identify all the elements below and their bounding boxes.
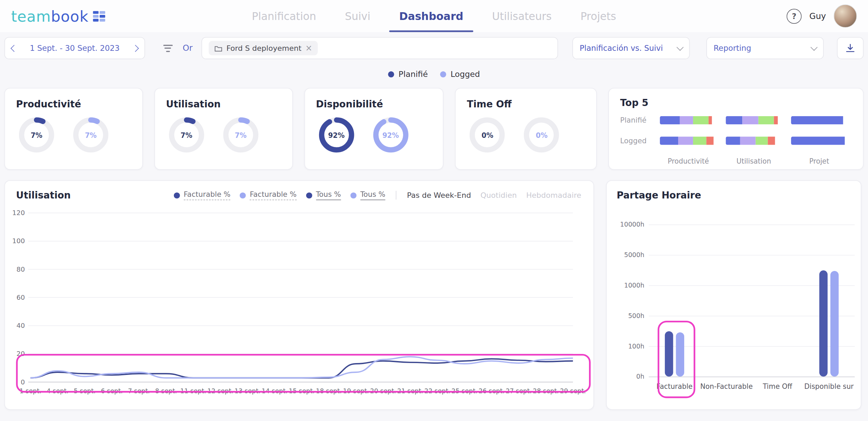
toggle-quotidien[interactable]: Quotidien xyxy=(480,191,517,199)
tab-utilisateurs[interactable]: Utilisateurs xyxy=(478,0,566,32)
partage-horaire-card: Partage Horaire 0h100h500h1000h5000h1000… xyxy=(606,180,862,410)
kpi-title: Productivité xyxy=(16,99,131,110)
y-tick-label: 10000h xyxy=(613,220,644,228)
row-label-planifie: Planifié xyxy=(620,116,655,124)
donut-planned: 92% xyxy=(318,117,355,153)
utilisation-chart-legend: Facturable % Facturable % Tous % Tous % … xyxy=(174,190,581,200)
x-tick-label: 4 sept. xyxy=(47,387,68,395)
tab-planification[interactable]: Planification xyxy=(237,0,331,32)
row-label-logged: Logged xyxy=(620,136,655,145)
tab-dashboard[interactable]: Dashboard xyxy=(385,0,478,32)
toggle-hebdomadaire[interactable]: Hebdomadaire xyxy=(526,191,581,199)
date-range-label: 1 Sept. - 30 Sept. 2023 xyxy=(30,44,120,52)
x-tick-label: 7 sept. xyxy=(128,387,150,395)
project-filter-input[interactable]: Ford S deployement × xyxy=(201,37,558,59)
column-label: Productivité xyxy=(656,157,721,165)
bar-segment xyxy=(758,116,774,124)
gridline xyxy=(649,377,854,377)
donut-planned: 7% xyxy=(168,117,205,153)
donut-planned: 0% xyxy=(469,117,506,153)
project-chip-label: Ford S deployement xyxy=(226,44,301,52)
planned-dot xyxy=(388,71,394,77)
x-tick-label: 26 sept. xyxy=(479,387,505,395)
x-category-label: Facturable xyxy=(649,382,700,390)
stacked-bar xyxy=(660,136,717,145)
x-tick-label: 19 sept. xyxy=(343,387,369,395)
bar-segment xyxy=(660,116,680,124)
top5-title: Top 5 xyxy=(620,97,852,108)
column-label: Projet xyxy=(787,157,852,165)
x-tick-label: 1 sept. xyxy=(20,387,41,395)
download-button[interactable] xyxy=(837,37,864,59)
kpi-row: Productivité 7% 7% Utilisation 7% 7% Dis… xyxy=(0,88,868,170)
filter-button[interactable] xyxy=(158,38,177,59)
folder-icon xyxy=(214,44,222,51)
bar-segment xyxy=(726,116,742,124)
x-tick-label: 13 sept. xyxy=(235,387,260,395)
prev-period-icon[interactable] xyxy=(11,45,18,52)
legend-tous-logged[interactable]: Tous % xyxy=(350,190,385,200)
app-root: teambook Planification Suivi Dashboard U… xyxy=(0,0,868,421)
toggle-pas-de-weekend[interactable]: Pas de Week-End xyxy=(407,191,471,199)
y-tick-label: 120 xyxy=(12,209,25,217)
y-tick-label: 60 xyxy=(17,294,25,301)
y-tick-label: 0 xyxy=(21,378,25,386)
header-right: ? Guy xyxy=(787,4,857,28)
logo[interactable]: teambook xyxy=(11,7,130,25)
help-icon[interactable]: ? xyxy=(787,8,802,23)
report-select[interactable]: Reporting xyxy=(706,37,824,59)
project-chip[interactable]: Ford S deployement × xyxy=(209,41,318,55)
user-avatar[interactable] xyxy=(834,4,857,28)
bar-segment xyxy=(707,136,714,145)
stacked-bar xyxy=(791,116,848,124)
x-tick-label: 11 sept. xyxy=(180,387,206,395)
legend-facturable-logged[interactable]: Facturable % xyxy=(240,190,296,200)
logo-mark-icon xyxy=(93,11,105,21)
tab-suivi[interactable]: Suivi xyxy=(331,0,385,32)
legend-tous-planifie[interactable]: Tous % xyxy=(306,190,341,200)
stacked-bar xyxy=(660,116,717,124)
legend-facturable-planifie[interactable]: Facturable % xyxy=(174,190,230,200)
bar-segment xyxy=(678,136,693,145)
line-series-0 xyxy=(31,359,573,378)
date-range-picker[interactable]: 1 Sept. - 30 Sept. 2023 xyxy=(4,37,145,59)
kpi-card-utilisation: Utilisation 7% 7% xyxy=(154,88,293,170)
bar-segment xyxy=(660,136,678,145)
filter-bar: 1 Sept. - 30 Sept. 2023 Or Ford S deploy… xyxy=(4,37,864,59)
series-dot xyxy=(174,192,180,198)
donut-logged: 0% xyxy=(524,117,560,153)
stacked-bar xyxy=(791,136,848,145)
tab-projets[interactable]: Projets xyxy=(566,0,630,32)
series-dot xyxy=(350,192,356,198)
mode-select[interactable]: Planificación vs. Suivi xyxy=(572,37,690,59)
x-category-label: Disponible sur xyxy=(803,382,855,390)
x-tick-label: 6 sept. xyxy=(101,387,123,395)
bar-planifie xyxy=(665,331,673,377)
y-tick-label: 500h xyxy=(613,312,644,320)
x-tick-label: 22 sept. xyxy=(425,387,450,395)
chevron-down-icon xyxy=(810,43,817,50)
bar-segment xyxy=(680,116,693,124)
chip-close-icon[interactable]: × xyxy=(305,44,313,52)
x-tick-label: 25 sept. xyxy=(452,387,477,395)
bar-segment xyxy=(693,116,709,124)
x-tick-label: 20 sept. xyxy=(370,387,396,395)
bar-segment xyxy=(791,136,845,145)
legend-planifie: Planifié xyxy=(388,70,428,79)
x-tick-label: 15 sept. xyxy=(289,387,315,395)
utilisation-line-chart: 0204060801001201 sept.4 sept.5 sept.6 se… xyxy=(8,206,587,400)
kpi-card-timeoff: Time Off 0% 0% xyxy=(455,88,597,170)
kpi-title: Time Off xyxy=(467,99,585,110)
next-period-icon[interactable] xyxy=(132,45,139,52)
logged-dot xyxy=(440,71,446,77)
x-category-label: Non-Facturable xyxy=(700,382,752,390)
bar-segment xyxy=(740,136,755,145)
bar-segment xyxy=(755,136,768,145)
kpi-card-productivite: Productivité 7% 7% xyxy=(4,88,143,170)
charts-row: Utilisation Facturable % Facturable % To… xyxy=(0,180,868,410)
bar-segment xyxy=(791,116,843,124)
x-tick-label: 8 sept. xyxy=(155,387,177,395)
x-tick-label: 5 sept. xyxy=(74,387,96,395)
bar-segment xyxy=(774,116,777,124)
bar-logged xyxy=(830,271,839,377)
